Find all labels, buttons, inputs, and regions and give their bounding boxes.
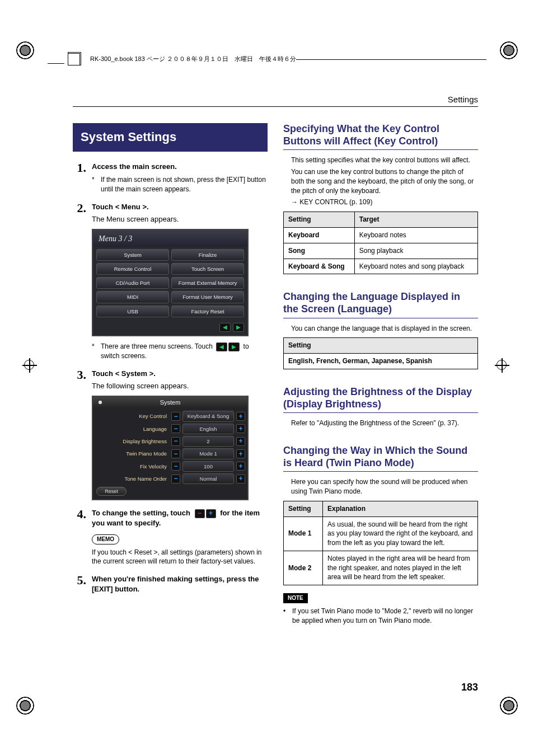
table-cell: English, French, German, Japanese, Spani… [284,354,478,369]
plus-icon[interactable]: + [236,437,245,446]
step: 2. Touch < Menu >. The Menu screen appea… [73,202,268,361]
setting-value: 2 [182,436,234,447]
subsection-heading: Changing the Language Displayed in the S… [283,291,478,318]
columns: System Settings 1. Access the main scree… [73,123,478,666]
plus-icon[interactable]: + [236,449,245,458]
step: 1. Access the main screen. * If the main… [73,162,268,194]
register-mark-icon [11,692,39,720]
screenshot-title: Menu 3 / 3 [93,230,247,247]
footnote: * There are three menu screens. Touch ◀ … [92,342,268,361]
table-row: Mode 1 As usual, the sound will be heard… [284,516,478,551]
register-mark-icon [11,36,39,64]
page-icon [68,53,80,65]
plus-icon[interactable]: + [236,412,245,421]
settings-table: Setting English, French, German, Japanes… [283,337,478,369]
note-text: • If you set Twin Piano mode to "Mode 2,… [283,607,478,626]
subsection-heading: Adjusting the Brightness of the Display … [283,386,478,413]
subsection-heading: Changing the Way in Which the Sound is H… [283,445,478,472]
table-cell: Song playback [354,243,477,259]
prev-page-icon[interactable]: ◀ [219,323,231,332]
setting-value: Normal [182,473,234,484]
setting-value: 100 [182,461,234,472]
step-number: 2. [73,202,86,361]
minus-icon[interactable]: − [171,475,180,483]
step: 3. Touch < System >. The following scree… [73,369,268,501]
menu-item[interactable]: Finalize [171,249,244,261]
setting-row: Display Brightness − 2 + [96,436,245,447]
minus-icon[interactable]: − [171,437,180,446]
table-cell: Keyboard & Song [284,259,355,274]
step-number: 5. [73,574,86,594]
setting-row: Twin Piano Mode − Mode 1 + [96,448,245,459]
left-column: System Settings 1. Access the main scree… [73,123,268,666]
setting-label: Language [96,425,169,433]
rule [73,106,478,107]
cross-mark-icon [22,358,39,375]
step: 4. To change the setting, touch − + for … [73,508,268,566]
minus-icon[interactable]: − [171,449,180,458]
arrow-left-icon: ◀ [216,342,227,351]
setting-value: Mode 1 [182,448,234,459]
step-number: 4. [73,508,86,566]
next-page-icon[interactable]: ▶ [233,323,244,332]
right-column: Specifying What the Key Control Buttons … [283,123,478,666]
plus-icon[interactable]: + [236,462,245,471]
paragraph: Here you can specify how the sound will … [291,477,478,496]
table-header: Setting [284,501,323,516]
paragraph: This setting specifies what the key cont… [291,156,478,165]
arrow-right-icon: ▶ [228,342,240,351]
reset-button[interactable]: Reset [96,487,127,496]
table-header: Setting [284,338,478,354]
memo-badge: MEMO [92,534,119,544]
minus-icon[interactable]: − [171,412,180,421]
setting-label: Twin Piano Mode [96,450,169,457]
step-heading: When you're finished making settings, pr… [92,574,268,594]
setting-label: Tone Name Order [96,475,169,482]
minus-icon[interactable]: − [171,424,180,433]
system-screenshot: System Key Control − Keyboard & Song + L… [92,396,249,500]
setting-label: Display Brightness [96,438,169,445]
menu-item[interactable]: Format External Memory [171,277,244,289]
table-cell: Mode 1 [284,516,323,551]
page-number: 183 [461,680,478,694]
content: Settings System Settings 1. Access the m… [73,95,478,689]
paragraph: Refer to "Adjusting the Brightness of th… [291,419,478,428]
table-header: Setting [284,212,355,228]
section-title: System Settings [73,123,268,152]
settings-table: Setting Explanation Mode 1 As usual, the… [283,501,478,586]
footnote: * If the main screen is not shown, press… [92,175,268,194]
page: RK-300_e.book 183 ページ ２００８年９月１０日 水曜日 午後４… [0,0,534,756]
binder-icon [48,55,64,64]
menu-item[interactable]: Touch Screen [171,263,244,275]
setting-label: Fix Velocity [96,463,169,470]
table-row: Mode 2 Notes played in the right area wi… [284,551,478,585]
subsection-heading: Specifying What the Key Control Buttons … [283,123,478,150]
menu-item[interactable]: USB [96,306,169,317]
step-subtext: The following screen appears. [92,381,268,391]
menu-item[interactable]: System [96,249,169,261]
step-heading-pre: To change the setting, touch [92,509,190,517]
step-number: 3. [73,369,86,501]
table-cell: Keyboard notes and song playback [354,259,477,274]
screenshot-title: System [93,397,247,408]
plus-icon[interactable]: + [236,475,245,483]
menu-item[interactable]: MIDI [96,291,169,303]
setting-value: English [182,424,234,434]
plus-icon: + [206,509,216,518]
book-header-text: RK-300_e.book 183 ページ ２００８年９月１０日 水曜日 午後４… [90,55,296,63]
menu-item[interactable]: Factory Reset [171,306,244,317]
register-mark-icon [495,36,523,64]
step-heading: Access the main screen. [92,162,268,172]
table-header: Target [354,212,477,228]
setting-row: Fix Velocity − 100 + [96,461,245,472]
minus-icon[interactable]: − [171,462,180,471]
table-cell: Keyboard notes [354,227,477,243]
setting-row: Language − English + [96,424,245,434]
plus-icon[interactable]: + [236,424,245,433]
menu-item[interactable]: CD/Audio Port [96,277,169,289]
menu-item[interactable]: Format User Memory [171,291,244,303]
table-cell: Keyboard [284,227,355,243]
table-cell: As usual, the sound will be heard from t… [323,516,478,551]
table-cell: Mode 2 [284,551,323,585]
menu-item[interactable]: Remote Control [96,263,169,275]
